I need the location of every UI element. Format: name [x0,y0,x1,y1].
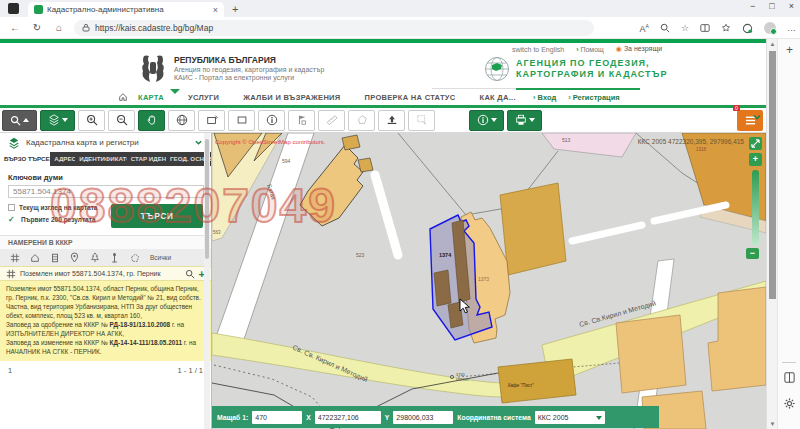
upload-button[interactable] [378,110,405,131]
help-link[interactable]: › Помощ [576,46,604,53]
info-tool-button[interactable] [258,110,285,131]
search-panel-toggle-button[interactable] [2,110,37,131]
keywords-input[interactable] [8,185,204,198]
favorite-star-icon[interactable]: ☆ [681,23,689,33]
nav-karta[interactable]: КАРТА [138,93,164,102]
scale-input[interactable] [252,411,302,424]
filter-apartments-icon[interactable] [48,252,61,263]
switch-language-link[interactable]: switch to English [512,46,564,53]
building-tan-mid[interactable] [616,315,686,393]
detail-description: Поземлен имот 55871.504.1374, област Пер… [6,285,201,319]
extent-back-icon [206,114,218,126]
measure-area-button[interactable] [348,110,375,131]
split-screen-icon[interactable] [700,23,710,33]
accessibility-link[interactable]: ◉ За незрящи [616,45,662,53]
next-extent-button[interactable] [228,110,255,131]
print-dropdown-button[interactable] [507,110,542,131]
zoom-out-button[interactable] [108,110,135,131]
filter-all-label[interactable]: Всички [150,254,171,261]
expand-coords-button[interactable] [749,137,762,150]
map-canvas[interactable]: Copyright © OpenStreetMap contributors. … [212,133,766,429]
browser-essentials-icon[interactable] [742,23,753,34]
page-number[interactable]: 1 [8,366,12,375]
tab-actions-icon[interactable] [8,3,19,14]
window-maximize-button[interactable]: □ [769,1,774,11]
previous-extent-button[interactable] [198,110,225,131]
profile-avatar[interactable] [764,22,776,34]
tab-identifier[interactable]: ИДЕНТИФИКАТОР [75,152,127,166]
coordinates-tool-button[interactable] [288,110,315,131]
first-200-checkbox-row[interactable]: ✓ Първите 200 резултата [8,215,111,224]
tab-quick-search[interactable]: БЪРЗО ТЪРСЕНЕ [0,152,50,166]
y-coordinate-input[interactable] [393,411,453,424]
full-extent-button[interactable] [168,110,195,131]
checkbox-checked[interactable]: ✓ [8,215,17,224]
results-pagination: 1 1 - 1 / 1 [0,361,211,380]
panel-chevron-down-icon[interactable] [194,138,203,147]
identify-dropdown-button[interactable] [469,110,504,131]
browser-menu-icon[interactable]: … [787,23,796,33]
measure-distance-button[interactable] [318,110,345,131]
filter-buildings-icon[interactable] [28,252,41,263]
register-link[interactable]: › Регистрация [568,93,620,102]
back-button[interactable]: ← [4,22,26,33]
settings-gear-icon[interactable] [783,397,796,410]
window-minimize-button[interactable]: − [750,1,755,11]
search-button[interactable]: ТЪРСИ [111,204,203,228]
zoom-to-result-icon[interactable] [185,269,195,279]
building-annex-1[interactable] [342,135,360,150]
nav-kak-da[interactable]: КАК ДА... [480,93,516,102]
tab-address[interactable]: АДРЕС [50,152,75,166]
nav-uslugi[interactable]: УСЛУГИ [188,93,219,102]
login-link[interactable]: › Вход [533,93,556,102]
legend-caret-icon[interactable] [752,112,762,122]
zoom-in-button[interactable] [78,110,105,131]
crs-select[interactable]: ККС 2005 [535,411,605,424]
filter-landmark-icon[interactable] [88,252,101,263]
building-cafe[interactable] [498,359,576,403]
rail-add-icon[interactable]: + [778,43,800,57]
filter-address-icon[interactable] [68,252,81,263]
home-icon[interactable] [118,92,128,102]
current-view-checkbox-row[interactable]: Текущ изглед на картата [8,204,111,211]
filter-zones-icon[interactable] [128,252,141,263]
new-tab-button[interactable]: + [232,3,238,15]
building-mustard[interactable] [500,183,566,275]
checkbox-unchecked[interactable] [8,204,15,211]
map-status-bar: Мащаб 1: X Y Координатна система ККС 200… [212,406,659,428]
parcel-detail-box: Поземлен имот 55871.504.1374, област Пер… [0,281,211,361]
page-scrollbar[interactable]: ▲ ▼ [766,39,777,429]
cadastral-map[interactable]: Copyright © OpenStreetMap contributors. … [212,133,766,429]
nav-zhalbi[interactable]: ЖАЛБИ И ВЪЗРАЖЕНИЯ [243,93,340,102]
text-size-icon[interactable]: AA [640,23,649,34]
map-zoom-out-button[interactable]: − [746,248,759,259]
tab-close-icon[interactable]: × [213,5,218,15]
refresh-button[interactable]: ↻ [26,22,48,33]
sidebar-panel-header[interactable]: Кадастрална карта и регистри [0,133,211,152]
building-in-parcel-2[interactable] [434,270,451,306]
nav-proverka[interactable]: ПРОВЕРКА НА СТАТУС [365,93,456,102]
url-bar[interactable]: https://kais.cadastre.bg/bg/Map [74,20,594,36]
map-zoom-in-button[interactable]: + [749,153,762,166]
sidebar-scroll-thumb[interactable] [205,139,209,259]
filter-parcels-icon[interactable] [8,252,21,263]
x-coordinate-input[interactable] [315,411,381,424]
window-close-button[interactable]: × [789,1,794,11]
layers-dropdown-button[interactable] [40,110,75,131]
building-annex-2[interactable] [358,158,373,172]
zoom-page-icon[interactable] [660,23,670,33]
agency-logo[interactable]: АГЕНЦИЯ ПО ГЕОДЕЗИЯ, КАРТОГРАФИЯ И КАДАС… [484,56,667,82]
sidebar-scrollbar[interactable] [204,133,210,429]
browser-tab[interactable]: Кадастрално-административна × [28,2,224,17]
browser-home-button[interactable]: ⌂ [48,22,70,33]
tab-old-ident[interactable]: СТАР ИДЕНТ. [127,152,166,166]
filter-geodetic-icon[interactable] [108,252,121,263]
result-row[interactable]: Поземлен имот 55871.504.1374, гр. Перник… [0,266,211,281]
zoom-slider[interactable] [752,170,759,246]
pan-tool-button[interactable] [138,110,165,131]
select-tool-button[interactable] [408,110,435,131]
favorites-bar-icon[interactable] [721,23,731,33]
page-scroll-thumb[interactable] [769,51,776,299]
reading-list-icon[interactable] [783,371,796,384]
search-tabs: БЪРЗО ТЪРСЕНЕ АДРЕС ИДЕНТИФИКАТОР СТАР И… [0,152,211,166]
